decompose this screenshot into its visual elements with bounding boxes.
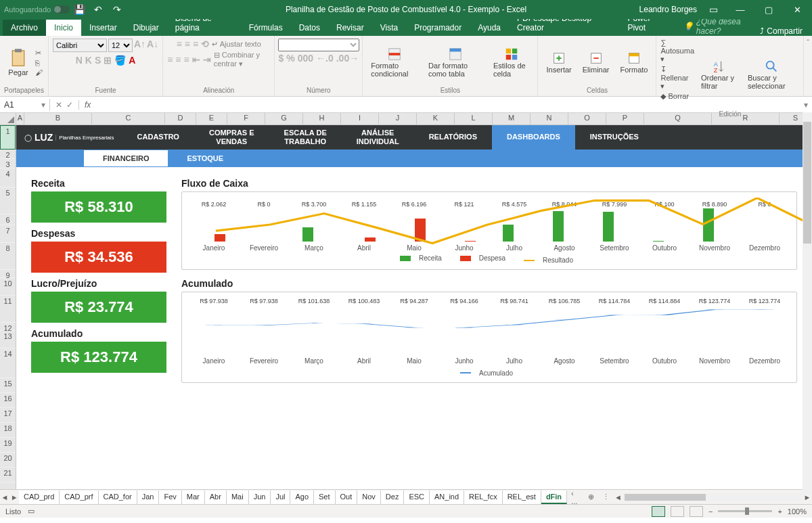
tab-revisar[interactable]: Revisar: [328, 20, 372, 36]
tab-vista[interactable]: Vista: [372, 20, 406, 36]
row-21[interactable]: 21: [0, 468, 16, 482]
sheet-tab[interactable]: Out: [336, 491, 358, 504]
number-format-select[interactable]: [278, 39, 359, 51]
share-button[interactable]: ⤴ Compartir: [760, 26, 812, 36]
fill-color-icon[interactable]: 🪣: [114, 55, 126, 66]
tab-nav-next[interactable]: ►: [9, 493, 19, 501]
sheet-tab[interactable]: Abr: [205, 491, 227, 504]
col-a[interactable]: A: [16, 113, 24, 124]
tab-nav-prev[interactable]: ◄: [0, 493, 9, 501]
underline-button[interactable]: S: [95, 55, 101, 66]
col-q[interactable]: Q: [644, 113, 712, 124]
col-n[interactable]: N: [531, 113, 568, 124]
sheet-tab[interactable]: Dez: [381, 491, 405, 504]
sheet-tab[interactable]: CAD_for: [99, 491, 137, 504]
sheet-tab[interactable]: Mar: [182, 491, 205, 504]
col-j[interactable]: J: [379, 113, 417, 124]
close-button[interactable]: ✕: [786, 5, 808, 15]
maximize-button[interactable]: ▢: [758, 5, 780, 15]
align-left-icon[interactable]: ≡: [167, 54, 173, 65]
align-top-icon[interactable]: ≡: [177, 39, 182, 49]
sheet-tabs-more[interactable]: ‹ ...: [567, 487, 583, 507]
col-m[interactable]: M: [493, 113, 531, 124]
sort-filter-button[interactable]: AZOrdenar y filtrar: [697, 58, 741, 91]
col-o[interactable]: O: [568, 113, 606, 124]
sheet-tab[interactable]: Jan: [137, 491, 160, 504]
vertical-scrollbar[interactable]: [803, 112, 812, 495]
align-right-icon[interactable]: ≡: [184, 54, 189, 65]
sheet-tab[interactable]: Mai: [227, 491, 249, 504]
nav-relatorios[interactable]: RELATÓRIOS: [414, 125, 492, 150]
cancel-icon[interactable]: ✕: [55, 100, 62, 110]
autosave-toggle[interactable]: Autoguardado: [4, 5, 70, 14]
select-all-corner[interactable]: [0, 113, 16, 124]
align-mid-icon[interactable]: ≡: [185, 39, 190, 49]
hscroll-left[interactable]: ◄: [614, 493, 623, 501]
orientation-icon[interactable]: ⟲: [201, 39, 209, 49]
inc-decimal-icon[interactable]: ←.0: [316, 53, 334, 64]
row-13[interactable]: 13: [0, 331, 16, 348]
minimize-button[interactable]: —: [729, 5, 751, 15]
sheet-tab[interactable]: Set: [314, 491, 336, 504]
col-f[interactable]: F: [227, 113, 265, 124]
ribbon-options-icon[interactable]: ▭: [707, 3, 719, 16]
row-9[interactable]: 9: [0, 270, 16, 278]
macro-record-icon[interactable]: ▭: [28, 507, 35, 516]
expand-formula-icon[interactable]: ▾: [800, 100, 812, 110]
row-15[interactable]: 15: [0, 378, 16, 393]
increase-font-icon[interactable]: A↑: [134, 39, 145, 52]
col-e[interactable]: E: [196, 113, 227, 124]
col-d[interactable]: D: [165, 113, 196, 124]
autosum-button[interactable]: ∑ Autosuma ▾: [660, 39, 694, 64]
bold-button[interactable]: N: [76, 55, 83, 66]
tab-datos[interactable]: Datos: [291, 20, 328, 36]
zoom-in-button[interactable]: +: [777, 507, 782, 516]
row-1[interactable]: 1: [0, 125, 16, 150]
zoom-level[interactable]: 100%: [788, 507, 807, 516]
nav-analise[interactable]: ANÁLISEINDIVIDUAL: [342, 125, 414, 150]
new-sheet-button[interactable]: ⊕: [584, 491, 598, 503]
find-select-button[interactable]: Buscar y seleccionar: [744, 58, 799, 91]
row-7[interactable]: 7: [0, 225, 16, 243]
cut-icon[interactable]: ✂: [35, 49, 43, 58]
row-2[interactable]: 2: [0, 150, 16, 159]
view-layout-icon[interactable]: [671, 506, 684, 517]
row-6[interactable]: 6: [0, 214, 16, 225]
row-12[interactable]: 12: [0, 323, 16, 331]
sheet-tab[interactable]: CAD_prd: [19, 491, 60, 504]
row-14[interactable]: 14: [0, 348, 16, 378]
dec-decimal-icon[interactable]: .00→: [336, 53, 359, 64]
col-g[interactable]: G: [265, 113, 303, 124]
font-color-icon[interactable]: A: [129, 55, 135, 66]
cell-styles-button[interactable]: Estilos de celda: [489, 45, 534, 79]
name-box[interactable]: A1 ▾: [0, 99, 50, 111]
wrap-text-button[interactable]: ↵ Ajustar texto: [212, 40, 261, 49]
format-table-button[interactable]: Dar formato como tabla: [424, 45, 487, 79]
row-11[interactable]: 11: [0, 296, 16, 323]
fx-icon[interactable]: fx: [79, 100, 96, 110]
row-5[interactable]: 5: [0, 187, 16, 214]
tab-ayuda[interactable]: Ayuda: [470, 20, 509, 36]
sheet-tab[interactable]: Nov: [357, 491, 381, 504]
merge-button[interactable]: ⊟ Combinar y centrar ▾: [214, 51, 271, 68]
italic-button[interactable]: K: [85, 55, 92, 66]
enter-icon[interactable]: ✓: [66, 100, 73, 110]
delete-cells-button[interactable]: Eliminar: [579, 49, 614, 75]
horizontal-scrollbar[interactable]: [623, 493, 803, 501]
font-name-select[interactable]: Calibri: [53, 39, 107, 52]
sheet-tab[interactable]: ESC: [404, 491, 430, 504]
col-p[interactable]: P: [606, 113, 644, 124]
nav-instrucoes[interactable]: INSTRUÇÕES: [575, 125, 654, 150]
zoom-slider[interactable]: [718, 510, 772, 512]
sheet-tab[interactable]: Ago: [290, 491, 314, 504]
tab-file[interactable]: Archivo: [3, 20, 46, 36]
col-r[interactable]: R: [712, 113, 780, 124]
row-3[interactable]: 3: [0, 159, 16, 168]
percent-icon[interactable]: %: [286, 53, 294, 64]
subtab-estoque[interactable]: ESTOQUE: [168, 150, 242, 166]
sheet-tab[interactable]: Jul: [271, 491, 290, 504]
border-icon[interactable]: ⊞: [104, 55, 112, 66]
nav-escala[interactable]: ESCALA DETRABALHO: [269, 125, 342, 150]
copy-icon[interactable]: ⎘: [35, 59, 43, 67]
formula-input[interactable]: [96, 99, 800, 110]
